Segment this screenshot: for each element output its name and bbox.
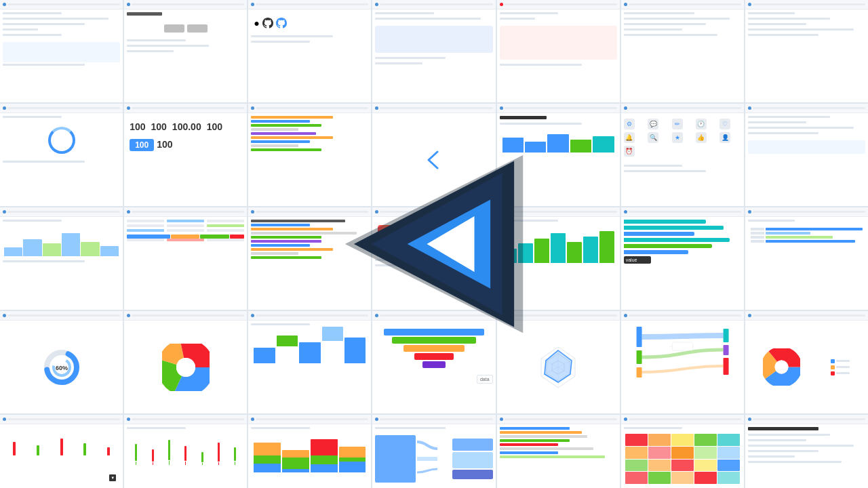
heat-cell xyxy=(717,434,740,446)
tooltip-area: data xyxy=(375,375,492,384)
bar xyxy=(62,233,80,256)
text-line xyxy=(500,220,559,222)
h-bar-row xyxy=(624,220,741,224)
icon-item: ✏ xyxy=(672,119,683,129)
code-line xyxy=(251,248,333,251)
cell-bar-chart xyxy=(497,104,620,206)
heat-cell xyxy=(625,472,648,484)
icon-grid-display: ⚙ 💬 ✏ 🕐 ♡ 🔔 🔍 ★ 👍 👤 ⏰ xyxy=(621,113,744,162)
cell-dot xyxy=(127,210,130,214)
text-line xyxy=(375,18,481,20)
cell-donut: 60% xyxy=(0,311,123,413)
heat-cell xyxy=(717,460,740,472)
header-line xyxy=(753,3,865,5)
cell xyxy=(167,224,204,227)
cell-2 xyxy=(124,0,247,102)
header-line xyxy=(629,314,741,317)
cell-8 xyxy=(0,104,123,206)
chart-area xyxy=(748,140,865,154)
code-content-3 xyxy=(497,424,620,462)
cell-icon-grid: ⚙ 💬 ✏ 🕐 ♡ 🔔 🔍 ★ 👍 👤 ⏰ xyxy=(621,104,744,206)
text-line xyxy=(748,12,795,14)
bar-fill xyxy=(624,244,712,248)
bar-seg-orange xyxy=(339,447,366,458)
icon-item: ♡ xyxy=(719,119,730,129)
cell-funnel xyxy=(248,311,371,413)
bar xyxy=(766,236,833,239)
legend-color xyxy=(831,371,835,375)
code-line xyxy=(500,447,594,450)
cell-body: ● xyxy=(248,9,371,102)
legend-item xyxy=(831,365,850,369)
cell-dot xyxy=(127,3,130,6)
code-line xyxy=(500,443,559,446)
bar-group xyxy=(254,435,366,472)
cell-dot xyxy=(3,314,6,317)
code-line xyxy=(251,144,298,147)
cell-dot xyxy=(375,106,378,110)
funnel-layer-2 xyxy=(392,337,476,344)
stacked-bar xyxy=(282,450,309,472)
text-line xyxy=(3,34,62,36)
header-line xyxy=(132,107,244,109)
cell-text-last xyxy=(745,415,868,488)
candlestick-chart: ▼ xyxy=(0,424,123,458)
bar-fill xyxy=(624,220,706,224)
bar xyxy=(766,232,810,235)
github-icon xyxy=(262,18,273,28)
code-line xyxy=(500,439,570,442)
candle xyxy=(3,442,26,455)
gantt-row xyxy=(751,228,863,230)
text-line xyxy=(748,127,854,129)
number-badge-1: 100 xyxy=(130,139,154,151)
bar xyxy=(23,239,41,256)
icon-item: 👤 xyxy=(719,132,730,143)
radar-svg xyxy=(531,340,585,394)
sankey-display xyxy=(621,321,744,413)
text-line xyxy=(748,116,830,118)
cell-dot xyxy=(748,314,751,317)
text-line xyxy=(127,50,174,52)
bar xyxy=(100,246,119,256)
cell-dot xyxy=(375,210,378,214)
code-line xyxy=(251,220,345,222)
code-line xyxy=(500,435,588,438)
bar xyxy=(43,243,61,256)
candle-body xyxy=(37,445,39,455)
text-line xyxy=(3,18,108,20)
bar xyxy=(766,240,855,243)
cell-dot xyxy=(748,106,751,110)
cell-body: 100 100 100.00 100 100 100 xyxy=(124,113,247,206)
candle-group xyxy=(178,446,193,465)
cell-7 xyxy=(745,0,868,102)
text-line xyxy=(251,323,310,325)
h-bar-row xyxy=(624,244,741,248)
label xyxy=(751,240,764,243)
text-line xyxy=(500,123,582,125)
waterfall-chart xyxy=(251,329,368,366)
cell-h-bars: value xyxy=(621,207,744,310)
label xyxy=(751,236,764,239)
text-line xyxy=(748,132,818,134)
cell-numbers: 100 100 100.00 100 100 100 xyxy=(124,104,247,206)
h-bar-row xyxy=(624,238,741,242)
text-line xyxy=(500,18,535,20)
text-line xyxy=(3,161,85,163)
header-line xyxy=(132,3,244,5)
h-bar-row xyxy=(624,226,741,230)
header-line xyxy=(256,418,368,420)
code-line xyxy=(251,224,310,226)
bar xyxy=(518,243,533,263)
wick xyxy=(153,462,153,465)
heat-cell xyxy=(671,460,694,472)
heat-cell xyxy=(694,460,717,472)
tooltip: data xyxy=(477,375,493,384)
header-line xyxy=(629,418,741,420)
cell-colorful: COLORFUL xyxy=(372,207,495,310)
text-line xyxy=(624,427,683,429)
funnel-layer-1 xyxy=(384,329,485,336)
github-octocat-icon xyxy=(276,18,287,28)
icon-item: 🔍 xyxy=(648,132,658,143)
donut-chart-small xyxy=(48,127,75,154)
cell xyxy=(127,220,164,222)
